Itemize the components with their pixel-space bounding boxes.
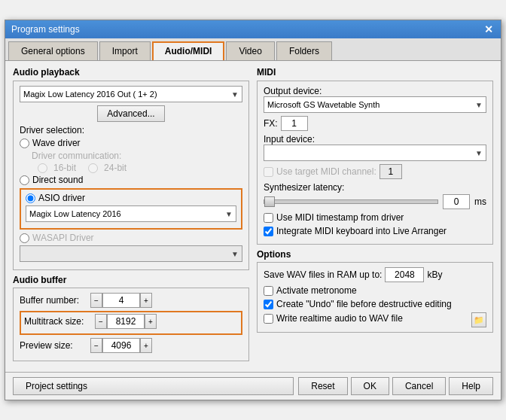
- save-wav-unit: kBy: [427, 269, 442, 280]
- window-title: Program settings: [11, 24, 80, 35]
- use-target-midi-row: Use target MIDI channel:: [264, 164, 486, 179]
- buffer-number-plus[interactable]: +: [140, 293, 152, 308]
- multitrack-size-label: Multitrack size:: [24, 316, 92, 327]
- driver-selection-label: Driver selection:: [20, 125, 242, 135]
- preview-size-spin: − +: [90, 338, 152, 353]
- asio-driver-group: ASIO driver Magix Low Latency 2016 ▼: [20, 188, 242, 230]
- asio-driver-radio[interactable]: [26, 193, 35, 203]
- multitrack-size-plus[interactable]: +: [145, 314, 157, 329]
- input-device-arrow: ▼: [475, 149, 483, 157]
- buffer-number-label: Buffer number:: [20, 295, 87, 306]
- direct-sound-radio[interactable]: [20, 175, 29, 185]
- output-device-arrow: ▼: [475, 101, 483, 109]
- bit16-row: 16-bit: [38, 163, 76, 173]
- integrate-keyboard-label: Integrate MIDI keyboard into Live Arrang…: [276, 226, 447, 236]
- bit-options: 16-bit 24-bit: [32, 163, 242, 175]
- audio-playback-title: Audio playback: [13, 67, 249, 78]
- main-content: Audio playback Magix Low Latency 2016 Ou…: [5, 61, 501, 372]
- left-column: Audio playback Magix Low Latency 2016 Ou…: [13, 67, 249, 366]
- wasapi-driver-row: WASAPI Driver: [20, 233, 242, 243]
- asio-dropdown[interactable]: Magix Low Latency 2016 ▼: [26, 205, 236, 222]
- synth-latency-input[interactable]: [443, 194, 470, 209]
- output-device-dropdown[interactable]: Microsoft GS Wavetable Synth ▼: [264, 96, 486, 113]
- multitrack-size-minus[interactable]: −: [95, 314, 107, 329]
- output-device-dropdown-row: Microsoft GS Wavetable Synth ▼: [264, 96, 486, 113]
- use-target-midi-label: Use target MIDI channel:: [276, 166, 376, 177]
- buffer-number-spin: − +: [90, 293, 152, 308]
- tab-import[interactable]: Import: [99, 41, 151, 60]
- activate-metronome-checkbox[interactable]: [264, 286, 273, 296]
- asio-dropdown-arrow: ▼: [225, 210, 233, 218]
- bit24-label: 24-bit: [104, 163, 126, 173]
- title-bar: Program settings ✕: [5, 20, 501, 38]
- asio-dropdown-row: Magix Low Latency 2016 ▼: [26, 205, 236, 222]
- bit16-label: 16-bit: [53, 163, 76, 173]
- two-column-layout: Audio playback Magix Low Latency 2016 Ou…: [13, 67, 493, 366]
- tab-audio-midi[interactable]: Audio/MIDI: [152, 41, 225, 60]
- cancel-button[interactable]: Cancel: [392, 377, 446, 395]
- create-undo-row: Create "Undo" file before destructive ed…: [264, 299, 486, 309]
- multitrack-size-row: Multitrack size: − +: [24, 314, 238, 329]
- preview-size-input[interactable]: [102, 338, 140, 353]
- synth-latency-thumb[interactable]: [264, 196, 275, 207]
- advanced-button[interactable]: Advanced...: [97, 105, 164, 122]
- multitrack-size-input[interactable]: [107, 314, 145, 329]
- buffer-number-minus[interactable]: −: [90, 293, 102, 308]
- create-undo-checkbox[interactable]: [264, 300, 273, 309]
- preview-size-minus[interactable]: −: [90, 338, 102, 353]
- integrate-keyboard-checkbox[interactable]: [264, 227, 273, 236]
- right-column: MIDI Output device: Microsoft GS Wavetab…: [257, 67, 493, 366]
- write-realtime-label: Write realtime audio to WAV file: [276, 313, 403, 324]
- wasapi-driver-radio[interactable]: [20, 233, 29, 243]
- audio-device-dropdown[interactable]: Magix Low Latency 2016 Out ( 1+ 2) ▼: [20, 86, 242, 102]
- use-timestamp-row: Use MIDI timestamp from driver: [264, 212, 486, 223]
- direct-sound-row: Direct sound: [20, 175, 242, 185]
- preview-size-plus[interactable]: +: [140, 338, 152, 353]
- buffer-number-row: Buffer number: − +: [20, 293, 242, 308]
- folder-button[interactable]: 📁: [471, 312, 486, 327]
- wave-driver-radio[interactable]: [20, 138, 29, 148]
- audio-buffer-title: Audio buffer: [13, 275, 249, 285]
- footer-left: Project settings: [13, 377, 294, 395]
- fx-input[interactable]: [281, 116, 308, 131]
- tab-video[interactable]: Video: [226, 41, 274, 60]
- close-button[interactable]: ✕: [483, 23, 495, 35]
- use-target-midi-checkbox: [264, 167, 273, 177]
- bit24-row: 24-bit: [88, 163, 126, 173]
- write-realtime-checkbox-row: Write realtime audio to WAV file: [264, 313, 468, 324]
- save-wav-input[interactable]: [385, 267, 424, 282]
- synth-latency-unit: ms: [474, 196, 486, 207]
- wasapi-driver-label: WASAPI Driver: [32, 233, 94, 243]
- project-settings-button[interactable]: Project settings: [13, 377, 294, 395]
- preview-size-row: Preview size: − +: [20, 338, 242, 353]
- tab-general[interactable]: General options: [8, 41, 98, 60]
- bit24-radio: [88, 163, 98, 173]
- reset-button[interactable]: Reset: [298, 377, 347, 395]
- synth-latency-track[interactable]: [264, 199, 438, 204]
- write-realtime-checkbox[interactable]: [264, 314, 273, 324]
- use-timestamp-label: Use MIDI timestamp from driver: [276, 212, 404, 223]
- audio-device-row: Magix Low Latency 2016 Out ( 1+ 2) ▼: [20, 86, 242, 102]
- use-timestamp-checkbox[interactable]: [264, 213, 273, 223]
- help-button[interactable]: Help: [449, 377, 493, 395]
- input-device-dropdown[interactable]: ▼: [264, 145, 486, 161]
- audio-device-arrow: ▼: [231, 90, 239, 99]
- tabs-container: General options Import Audio/MIDI Video …: [5, 38, 501, 61]
- bit16-radio: [38, 163, 47, 173]
- wasapi-dropdown[interactable]: ▼: [20, 245, 242, 262]
- ok-button[interactable]: OK: [351, 377, 389, 395]
- program-settings-window: Program settings ✕ General options Impor…: [5, 20, 501, 400]
- preview-size-label: Preview size:: [20, 340, 87, 351]
- multitrack-size-highlighted: Multitrack size: − +: [20, 311, 242, 335]
- wasapi-dropdown-arrow: ▼: [231, 250, 239, 258]
- driver-comm-label: Driver communication:: [32, 151, 121, 161]
- asio-driver-label: ASIO driver: [38, 193, 85, 203]
- input-device-dropdown-row: ▼: [264, 145, 486, 161]
- save-wav-row: Save WAV files in RAM up to: kBy: [264, 267, 486, 282]
- audio-playback-group: Magix Low Latency 2016 Out ( 1+ 2) ▼ Adv…: [13, 81, 249, 270]
- create-undo-label: Create "Undo" file before destructive ed…: [276, 299, 452, 309]
- audio-buffer-section: Audio buffer Buffer number: − +: [13, 275, 249, 361]
- direct-sound-label: Direct sound: [32, 175, 83, 185]
- tab-folders[interactable]: Folders: [276, 41, 332, 60]
- buffer-number-input[interactable]: [102, 293, 140, 308]
